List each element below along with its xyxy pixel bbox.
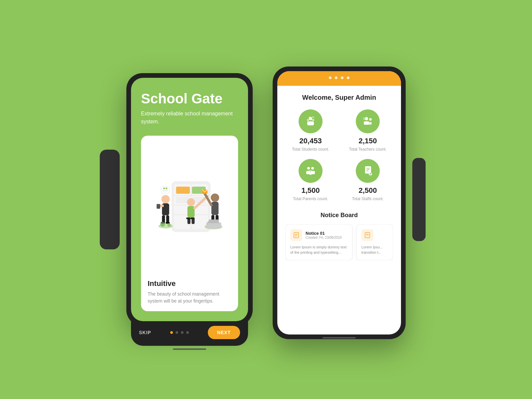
illustration-card: Intuitive The beauty of school managemen… <box>141 136 238 311</box>
teachers-icon <box>362 115 374 127</box>
svg-point-48 <box>312 119 314 121</box>
top-dot-1 <box>329 76 332 79</box>
notice-cards: Notice 01 Created: Fri, 23/08/2019 Lorem… <box>285 224 393 260</box>
top-bar <box>277 71 401 86</box>
svg-point-47 <box>307 119 309 121</box>
illustration-svg <box>148 172 231 245</box>
staffs-count: 2,500 <box>358 186 377 195</box>
svg-point-35 <box>166 188 167 189</box>
teachers-count: 2,150 <box>358 137 377 145</box>
notice-1-info: Notice 01 Created: Fri, 23/08/2019 <box>306 231 341 239</box>
svg-point-18 <box>187 198 195 206</box>
notice-1-name: Notice 01 <box>306 231 341 236</box>
svg-point-25 <box>211 194 219 202</box>
dot-2 <box>176 331 178 334</box>
svg-rect-22 <box>186 217 191 219</box>
parents-count: 1,500 <box>301 186 320 195</box>
staffs-icon <box>362 165 374 177</box>
card-desc: The beauty of school management system w… <box>148 291 231 305</box>
svg-point-53 <box>369 118 372 121</box>
svg-point-34 <box>163 188 165 189</box>
svg-rect-15 <box>166 215 169 223</box>
right-home-indicator <box>323 337 356 338</box>
app-subtitle: Extremely reliable school management sys… <box>141 110 238 126</box>
notice-2-text: Lorem Ipsu... transition t... <box>361 244 388 255</box>
top-dots <box>284 76 394 79</box>
parents-label: Total Parents count. <box>293 196 328 202</box>
notice-card-1[interactable]: Notice 01 Created: Fri, 23/08/2019 Lorem… <box>285 224 352 260</box>
notice-1-icon <box>290 229 302 241</box>
navigation-dots <box>170 331 189 334</box>
svg-rect-23 <box>191 217 195 219</box>
students-count: 20,453 <box>299 137 322 145</box>
notice-card-2-header <box>361 229 388 241</box>
svg-rect-43 <box>206 222 221 228</box>
svg-point-40 <box>167 223 171 227</box>
app-title: School Gate <box>141 91 238 106</box>
staffs-label: Total Staffs count. <box>352 196 383 202</box>
right-phone-screen: Welcome, Super Admin <box>277 71 401 334</box>
stat-staffs: 2,500 Total Staffs count. <box>342 159 393 202</box>
svg-rect-54 <box>368 122 372 125</box>
svg-rect-46 <box>307 121 314 125</box>
svg-rect-14 <box>162 215 165 223</box>
left-phone: School Gate Extremely reliable school ma… <box>126 73 253 326</box>
dot-1 <box>170 331 173 334</box>
illustration-area <box>148 142 231 274</box>
notice-2-icon <box>361 229 373 241</box>
welcome-title: Welcome, Super Admin <box>285 94 393 101</box>
stats-grid: 20,453 Total Students count. <box>285 109 393 202</box>
parents-icon-circle <box>299 159 323 183</box>
svg-point-39 <box>160 222 165 226</box>
svg-rect-49 <box>309 117 311 119</box>
skip-button[interactable]: SKIP <box>139 330 151 335</box>
home-indicator <box>173 348 206 350</box>
svg-rect-63 <box>309 170 312 172</box>
phones-container: School Gate Extremely reliable school ma… <box>126 60 406 339</box>
teachers-label: Total Teachers count. <box>349 147 386 152</box>
stat-students: 20,453 Total Students count. <box>285 109 336 152</box>
top-dot-3 <box>341 76 343 79</box>
side-panel-right <box>412 158 426 241</box>
svg-rect-65 <box>365 166 371 174</box>
teachers-icon-circle <box>356 109 380 133</box>
top-dot-2 <box>335 76 337 79</box>
side-panel-left <box>100 150 120 249</box>
notice-card-2[interactable]: Lorem Ipsu... transition t... <box>356 224 393 260</box>
svg-rect-44 <box>209 219 219 223</box>
phone-bottom-bar: SKIP NEXT <box>131 321 248 346</box>
svg-rect-64 <box>308 172 313 174</box>
right-phone: Welcome, Super Admin <box>273 66 406 339</box>
svg-rect-26 <box>211 202 219 215</box>
notice-board-icon-2 <box>364 232 371 238</box>
svg-rect-55 <box>363 117 366 120</box>
notice-board-icon <box>293 232 300 238</box>
students-label: Total Students count. <box>292 147 329 152</box>
stat-parents: 1,500 Total Parents count. <box>285 159 336 202</box>
staffs-icon-circle <box>356 159 380 183</box>
notice-card-1-header: Notice 01 Created: Fri, 23/08/2019 <box>290 229 347 241</box>
students-icon-circle <box>299 109 323 133</box>
notice-board-title: Notice Board <box>285 212 393 219</box>
svg-point-70 <box>370 173 371 174</box>
dashboard-content: Welcome, Super Admin <box>277 86 401 334</box>
svg-point-59 <box>311 167 314 170</box>
dot-4 <box>186 331 189 334</box>
svg-rect-6 <box>176 187 190 194</box>
svg-point-58 <box>307 167 310 170</box>
top-dot-4 <box>347 76 349 79</box>
svg-rect-50 <box>312 116 314 118</box>
card-title: Intuitive <box>148 279 231 288</box>
dot-3 <box>181 331 184 334</box>
students-icon <box>305 115 317 127</box>
left-phone-screen: School Gate Extremely reliable school ma… <box>131 78 248 321</box>
parents-icon <box>305 165 317 177</box>
stat-teachers: 2,150 Total Teachers count. <box>342 109 393 152</box>
svg-rect-52 <box>364 121 369 125</box>
svg-rect-13 <box>157 204 160 208</box>
svg-rect-33 <box>161 187 170 193</box>
svg-point-10 <box>161 195 170 203</box>
notice-1-date: Created: Fri, 23/08/2019 <box>306 236 341 239</box>
next-button[interactable]: NEXT <box>208 326 240 339</box>
notice-1-text: Lorem Ipsum is simply dummy text of the … <box>290 244 347 255</box>
